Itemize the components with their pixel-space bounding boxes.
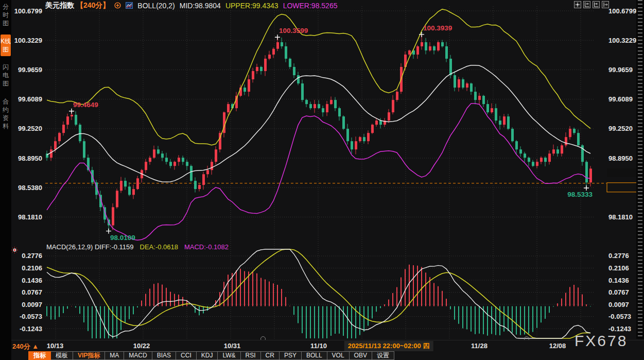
period-badge[interactable]: 【240分】 [76,1,110,10]
toolbar-button[interactable]: CR [261,351,280,360]
pan-icon[interactable] [574,1,581,8]
svg-text:-0.0573: -0.0573 [608,313,631,320]
svg-text:100.6799: 100.6799 [14,7,42,15]
svg-text:0.1436: 0.1436 [22,277,42,284]
macd-diff-value: MACD(26,12,9) DIFF:-0.1159 [46,243,134,251]
chart-header: 美元指数 【240分】 BOLL(20,2) MID:98.9804 UPPER… [45,1,337,10]
macd-value: MACD:-0.1082 [184,243,229,251]
cross-marker-icon [275,35,280,40]
svg-text:100.3229: 100.3229 [608,37,636,44]
toolbar-button[interactable]: KDJ [197,351,218,360]
svg-text:100.3229: 100.3229 [14,37,42,44]
watermark: FX678 [575,332,628,350]
sidebar-item-lightning[interactable]: 闪电图 [1,60,11,91]
time-axis-label: 10/22 [133,342,150,350]
time-axis-label: 11/28 [471,342,488,350]
svg-text:99.6089: 99.6089 [18,95,42,103]
svg-text:98.1810: 98.1810 [18,213,42,221]
sidebar-item-contract-info[interactable]: 合约资料 [1,95,11,133]
selected-bar-time: 2025/11/13 22:00~02:00 四 [344,341,433,351]
boll-mid-value: MID:98.9804 [180,2,221,10]
svg-text:0.2106: 0.2106 [608,264,629,272]
svg-text:0.0097: 0.0097 [22,301,42,308]
expand-x-icon[interactable] [593,1,600,8]
time-axis-label: 10/13 [47,342,64,350]
right-scroll-strip[interactable] [636,0,644,339]
svg-text:100.3599: 100.3599 [279,27,308,35]
toolbar-button[interactable]: BIAS [152,351,176,360]
toolbar-button[interactable]: LW& [218,351,240,360]
boll-params-label: BOLL(20,2) [137,2,175,10]
alert-icon[interactable] [11,246,19,256]
svg-text:99.4649: 99.4649 [73,101,98,109]
cross-marker-icon [106,229,111,234]
compress-x-icon[interactable] [583,1,590,8]
svg-text:98.5380: 98.5380 [18,184,42,192]
cross-marker-icon [584,185,589,191]
toolbar-button[interactable]: MACD [124,351,152,360]
toolbar-button[interactable]: CCI [176,351,197,360]
price-annotations: 99.464998.0109100.3599100.393998.5333 [69,24,593,242]
cross-marker-icon [69,109,74,114]
macd-header: MACD(26,12,9) DIFF:-0.1159 DEA:-0.0618 M… [46,243,229,251]
candlesticks [46,35,592,231]
chart-canvas[interactable]: 100.6799100.6799100.3229100.322999.96599… [0,0,644,360]
macd-dea-value: DEA:-0.0618 [140,243,178,251]
toolbar-button[interactable]: 设置 [372,351,394,360]
boll-upper-value: UPPER:99.4343 [225,2,279,10]
shift-right-icon[interactable] [602,1,609,8]
svg-text:98.0109: 98.0109 [110,234,135,242]
svg-text:0.0767: 0.0767 [608,288,629,296]
svg-text:0.2106: 0.2106 [22,264,42,272]
svg-text:100.3939: 100.3939 [423,24,452,32]
svg-text:0.0097: 0.0097 [608,301,629,308]
period-label[interactable]: 240分 ▲ [12,342,39,351]
toolbar-button[interactable]: PSY [280,351,302,360]
svg-text:0.2776: 0.2776 [22,252,42,260]
svg-text:-0.1243: -0.1243 [20,325,42,333]
add-indicator-icon[interactable] [114,2,121,9]
sidebar-item-kline[interactable]: K线图 [1,35,11,56]
svg-text:-0.1243: -0.1243 [608,325,631,333]
svg-text:100.6799: 100.6799 [608,7,636,15]
time-axis-label: 11/10 [310,342,327,350]
toolbar-button[interactable]: BOLL [302,351,327,360]
toolbar-button[interactable]: MA [105,351,124,360]
toolbar-button[interactable]: OBV [350,351,372,360]
grid [45,6,595,338]
macd-histogram [47,265,590,338]
indicator-toolbar: 指标模板VIP指标MAMACDBIASCCIKDJLW&RSICRPSYBOLL… [28,351,394,360]
svg-text:99.6089: 99.6089 [608,95,633,103]
toolbar-button[interactable]: VIP指标 [73,351,105,360]
toolbar-button[interactable]: RSI [241,351,261,360]
toolbar-button[interactable]: 模板 [51,351,73,360]
toolbar-button[interactable]: 指标 [28,351,51,360]
svg-text:98.8950: 98.8950 [608,155,633,162]
svg-text:0.2776: 0.2776 [608,252,629,260]
svg-text:0.0767: 0.0767 [22,288,42,296]
mini-chart-icon[interactable] [126,2,133,9]
svg-text:98.5333: 98.5333 [567,191,593,198]
axis-labels: 100.6799100.6799100.3229100.322999.96599… [14,7,636,333]
toolbar-button[interactable]: VOL [327,351,350,360]
svg-text:98.1810: 98.1810 [608,213,633,221]
symbol-title: 美元指数 [45,1,74,10]
svg-text:99.2520: 99.2520 [18,125,42,132]
sidebar: 分时图 K线图 闪电图 合约资料 [0,0,11,360]
svg-text:99.9659: 99.9659 [18,66,42,74]
svg-text:98.8950: 98.8950 [18,155,42,162]
chart-tools [574,1,609,8]
cross-marker-icon [419,32,424,37]
svg-text:99.9659: 99.9659 [608,66,633,74]
svg-text:0.1436: 0.1436 [608,277,629,284]
time-axis: 240分 ▲ 10/1310/2210/3111/1011/2812/08202… [0,340,644,351]
sidebar-item-timeshare[interactable]: 分时图 [1,0,11,30]
svg-text:-0.0573: -0.0573 [20,313,42,320]
boll-lower-value: LOWER:98.5265 [283,2,338,10]
svg-text:99.2520: 99.2520 [608,125,633,132]
time-axis-label: 10/31 [224,342,241,350]
time-axis-label: 12/08 [549,342,566,350]
